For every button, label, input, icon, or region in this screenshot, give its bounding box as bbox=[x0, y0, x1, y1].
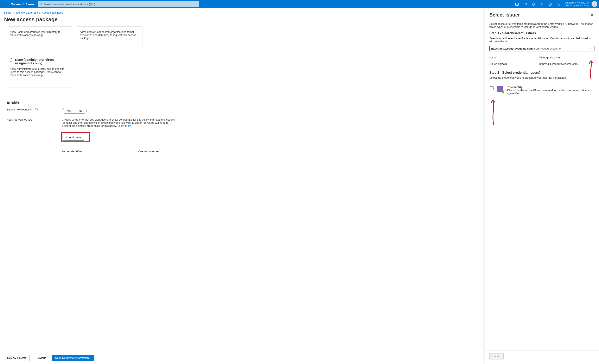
option-card-directory-users[interactable]: Allow users and groups in your directory… bbox=[7, 27, 72, 50]
global-search-input[interactable] bbox=[43, 3, 197, 6]
credential-title: TrueIdentity bbox=[507, 86, 594, 89]
azure-top-bar: Microsoft Azure elmadmin@fimdev.net FIMD… bbox=[0, 0, 599, 8]
svg-line-1 bbox=[41, 5, 42, 5]
panel-title: Select issuer bbox=[489, 12, 520, 18]
credential-type-row: TrueIdentity Claims: firstName, lastName… bbox=[489, 82, 594, 98]
issuer-combobox[interactable]: https://did.woodgrovedemo.com/ from Wood… bbox=[489, 46, 594, 51]
credential-badge-icon bbox=[497, 86, 503, 92]
label-linked-domain: Linked domain bbox=[489, 62, 539, 65]
chevron-down-icon bbox=[590, 48, 593, 50]
toggle-yes[interactable]: Yes bbox=[62, 108, 75, 113]
combo-domain: https://did.woodgrovedemo.com/ bbox=[491, 47, 533, 50]
account-email: elmadmin@fimdev.net bbox=[564, 1, 589, 4]
label-required-verified-ids: Required Verified IDs bbox=[7, 118, 62, 121]
account-tenant: FIMDEV (FIMDEV.NET) bbox=[564, 4, 589, 7]
add-issuer-label: Add issuer bbox=[69, 136, 82, 139]
avatar-icon bbox=[593, 2, 596, 6]
combo-org: Woodgrovedemo bbox=[540, 47, 561, 50]
hamburger-menu[interactable] bbox=[0, 0, 10, 8]
breadcrumb-home[interactable]: Home bbox=[4, 11, 11, 14]
directories-icon[interactable] bbox=[521, 0, 529, 8]
option-card-connected-orgs[interactable]: Allow users in connected organizations (… bbox=[77, 27, 142, 50]
credential-checkbox[interactable] bbox=[490, 86, 493, 90]
feedback-icon[interactable] bbox=[554, 0, 563, 8]
search-icon bbox=[39, 3, 42, 6]
learn-more-link[interactable]: Learn more bbox=[117, 124, 131, 127]
radio-icon[interactable] bbox=[10, 58, 13, 62]
global-search[interactable] bbox=[38, 1, 199, 7]
chevron-right-icon: › bbox=[12, 12, 15, 14]
help-icon[interactable] bbox=[546, 0, 554, 8]
label-enable-new-requests: Enable new requests * i bbox=[7, 108, 62, 111]
previous-button[interactable]: Previous bbox=[33, 355, 49, 361]
select-issuer-panel: Select issuer ✕ Select an issuer of veri… bbox=[484, 8, 599, 364]
column-credential-types: Credential types bbox=[138, 150, 200, 153]
hamburger-icon bbox=[3, 3, 7, 5]
value-linked-domain: https://did.woodgrovedemo.com/ bbox=[539, 62, 578, 65]
svg-point-0 bbox=[40, 3, 42, 5]
credential-claims: Claims: firstName, lastName, scanneddoc,… bbox=[507, 89, 594, 95]
more-actions-button[interactable]: ... bbox=[58, 18, 65, 21]
column-issuer-identifier: Issuer identifier bbox=[62, 150, 138, 153]
cloud-shell-icon[interactable] bbox=[513, 0, 521, 8]
close-icon[interactable]: ✕ bbox=[590, 12, 594, 18]
page-title: New access package bbox=[4, 16, 58, 23]
panel-add-button[interactable]: Add bbox=[489, 354, 504, 359]
combo-from: from bbox=[534, 47, 539, 50]
required-asterisk: * bbox=[32, 108, 34, 111]
breadcrumb-governance[interactable]: Identity Governance | Access packages bbox=[16, 11, 63, 14]
account-block[interactable]: elmadmin@fimdev.net FIMDEV (FIMDEV.NET) bbox=[563, 1, 590, 7]
step2-desc: Select the credential types to present t… bbox=[489, 76, 594, 79]
option-card-desc: Allow administrators to directly assign … bbox=[10, 66, 69, 77]
svg-point-5 bbox=[558, 3, 559, 4]
notifications-icon[interactable] bbox=[529, 0, 538, 8]
panel-intro: Select an issuer of verifiable credentia… bbox=[489, 22, 594, 28]
settings-icon[interactable] bbox=[538, 0, 546, 8]
option-card-title: None (administrator direct assignments o… bbox=[15, 58, 69, 65]
toggle-enable-new-requests[interactable]: Yes No bbox=[62, 108, 87, 114]
chevron-right-icon: › bbox=[64, 12, 67, 14]
step2-heading: Step 2 - Select credential type(s) bbox=[489, 71, 594, 75]
review-create-button[interactable]: Review + create bbox=[4, 355, 30, 361]
toggle-no[interactable]: No bbox=[75, 108, 87, 113]
label-name: Name bbox=[489, 56, 539, 59]
step1-desc: Search for and select a verifiable crede… bbox=[489, 37, 594, 43]
step1-heading: Step 1 - Search/select issuers bbox=[489, 31, 594, 35]
svg-point-3 bbox=[541, 4, 542, 5]
info-icon[interactable]: i bbox=[35, 108, 38, 111]
brand-label[interactable]: Microsoft Azure bbox=[10, 2, 38, 6]
option-card-desc: Allow users in connected organizations (… bbox=[80, 29, 139, 40]
plus-icon: ＋ bbox=[65, 135, 68, 139]
value-name: Woodgrovedemo bbox=[539, 56, 560, 59]
option-card-none[interactable]: None (administrator direct assignments o… bbox=[7, 55, 72, 88]
avatar[interactable] bbox=[591, 1, 597, 7]
annotation-highlight-box: ＋ Add issuer bbox=[61, 132, 90, 142]
add-issuer-button[interactable]: ＋ Add issuer bbox=[62, 134, 84, 141]
topbar-icon-row bbox=[513, 0, 563, 8]
svg-point-6 bbox=[594, 3, 595, 4]
svg-rect-2 bbox=[516, 3, 519, 6]
verified-ids-description: Choose whether or not you want users to … bbox=[62, 118, 177, 127]
option-card-desc: Allow users and groups in your directory… bbox=[10, 29, 69, 36]
next-button[interactable]: Next: Requestor Information > bbox=[52, 355, 94, 361]
